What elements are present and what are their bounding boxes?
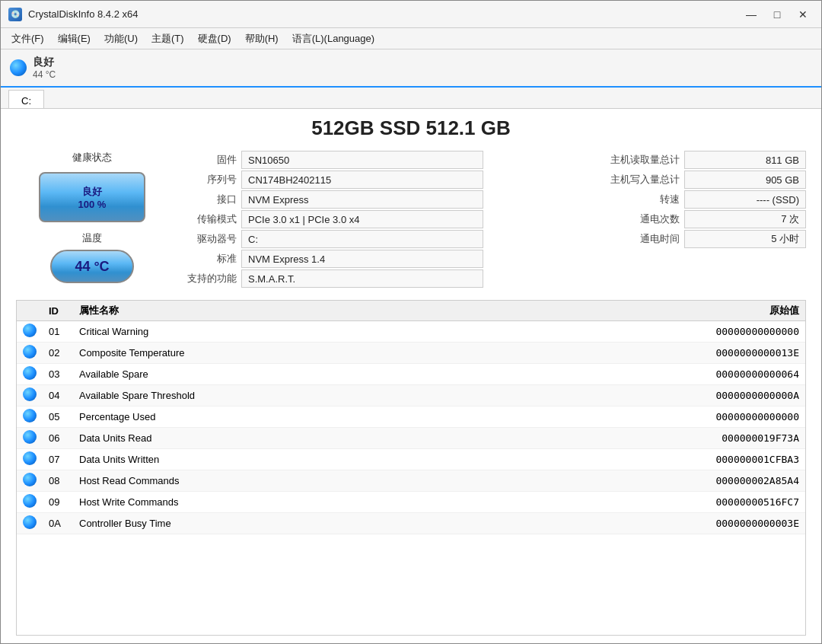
row-id-7: 08 (43, 470, 73, 492)
row-name-3: Available Spare Threshold (73, 385, 668, 406)
row-id-1: 02 (43, 343, 73, 364)
row-id-9: 0A (43, 513, 73, 534)
host-write-value: 905 GB (684, 171, 806, 189)
status-dot-5 (23, 430, 37, 444)
row-name-8: Host Write Commands (73, 492, 668, 513)
smart-table-row: 02 Composite Temperature 0000000000013E (17, 343, 805, 364)
host-read-value: 811 GB (684, 151, 806, 169)
transfer-row: 传输模式 PCIe 3.0 x1 | PCIe 3.0 x4 (168, 210, 483, 228)
row-dot-cell (17, 513, 43, 534)
row-id-8: 09 (43, 492, 73, 513)
status-temp: 44 °C (33, 69, 56, 80)
power-time-key: 通电时间 (604, 232, 680, 246)
smart-table-row: 09 Host Write Commands 00000000516FC7 (17, 492, 805, 513)
transfer-value: PCIe 3.0 x1 | PCIe 3.0 x4 (241, 210, 483, 228)
row-raw-6: 000000001CFBA3 (668, 449, 805, 470)
menu-help[interactable]: 帮助(H) (239, 30, 285, 48)
row-dot-cell (17, 364, 43, 385)
row-raw-0: 00000000000000 (668, 321, 805, 343)
host-read-key: 主机读取量总计 (604, 153, 680, 167)
firmware-value: SN10650 (241, 151, 483, 169)
menu-bar: 文件(F) 编辑(E) 功能(U) 主题(T) 硬盘(D) 帮助(H) 语言(L… (1, 28, 821, 49)
row-raw-5: 000000019F73A (668, 428, 805, 449)
interface-value: NVM Express (241, 190, 483, 209)
power-count-value: 7 次 (684, 210, 806, 228)
status-dot-4 (23, 409, 37, 422)
health-box: 良好 100 % (39, 172, 145, 222)
status-dot-8 (23, 494, 37, 508)
row-id-3: 04 (43, 385, 73, 406)
drive-title: 512GB SSD 512.1 GB (16, 116, 806, 140)
rotation-row: 转速 ---- (SSD) (491, 190, 806, 209)
smart-table-row: 08 Host Read Commands 000000002A85A4 (17, 470, 805, 492)
minimize-button[interactable]: — (741, 7, 762, 22)
main-content: 512GB SSD 512.1 GB 健康状态 良好 100 % 温度 44 °… (1, 109, 821, 643)
window-title: CrystalDiskInfo 8.4.2 x64 (28, 8, 139, 20)
rotation-value: ---- (SSD) (684, 190, 806, 209)
smart-table-header-row: ID 属性名称 原始值 (17, 301, 805, 321)
rotation-key: 转速 (604, 193, 680, 206)
row-raw-8: 00000000516FC7 (668, 492, 805, 513)
temp-label: 温度 (82, 231, 102, 245)
smart-table-row: 04 Available Spare Threshold 00000000000… (17, 385, 805, 406)
window-controls: — □ ✕ (741, 7, 814, 22)
row-name-2: Available Spare (73, 364, 668, 385)
host-write-row: 主机写入量总计 905 GB (491, 171, 806, 189)
col-raw: 原始值 (668, 301, 805, 321)
smart-table-row: 03 Available Spare 00000000000064 (17, 364, 805, 385)
row-raw-3: 0000000000000A (668, 385, 805, 406)
serial-key: 序列号 (168, 173, 237, 187)
status-dot (10, 59, 27, 76)
row-dot-cell (17, 343, 43, 364)
col-name: 属性名称 (73, 301, 668, 321)
row-name-1: Composite Temperature (73, 343, 668, 364)
standard-value: NVM Express 1.4 (241, 250, 483, 268)
col-dot (17, 301, 43, 321)
power-time-row: 通电时间 5 小时 (491, 230, 806, 248)
row-id-5: 06 (43, 428, 73, 449)
status-label: 良好 (33, 56, 56, 69)
status-dot-2 (23, 366, 37, 380)
serial-value: CN174BH2402115 (241, 171, 483, 189)
row-name-6: Data Units Written (73, 449, 668, 470)
menu-language[interactable]: 语言(L)(Language) (286, 30, 381, 48)
details-section: 固件 SN10650 序列号 CN174BH2402115 接口 NVM Exp… (168, 151, 806, 288)
status-dot-3 (23, 387, 37, 401)
smart-table-row: 06 Data Units Read 000000019F73A (17, 428, 805, 449)
menu-theme[interactable]: 主题(T) (145, 30, 190, 48)
features-row: 支持的功能 S.M.A.R.T. (168, 269, 483, 288)
smart-table-row: 0A Controller Busy Time 0000000000003E (17, 513, 805, 534)
features-key: 支持的功能 (168, 272, 237, 285)
power-count-row: 通电次数 7 次 (491, 210, 806, 228)
smart-table-row: 01 Critical Warning 00000000000000 (17, 321, 805, 343)
status-dot-1 (23, 345, 37, 359)
smart-table-row: 07 Data Units Written 000000001CFBA3 (17, 449, 805, 470)
row-raw-9: 0000000000003E (668, 513, 805, 534)
row-dot-cell (17, 470, 43, 492)
title-bar-left: 💿 CrystalDiskInfo 8.4.2 x64 (8, 8, 139, 21)
host-read-row: 主机读取量总计 811 GB (491, 151, 806, 169)
status-dot-7 (23, 473, 37, 486)
interface-row: 接口 NVM Express (168, 190, 483, 209)
row-name-0: Critical Warning (73, 321, 668, 343)
menu-disk[interactable]: 硬盘(D) (192, 30, 237, 48)
maximize-button[interactable]: □ (766, 7, 788, 22)
tab-c[interactable]: C: (8, 90, 44, 108)
menu-edit[interactable]: 编辑(E) (52, 30, 97, 48)
health-percent: 100 % (78, 199, 107, 210)
smart-table-container[interactable]: ID 属性名称 原始值 01 Critical Warning 00000000… (16, 300, 806, 636)
driver-row: 驱动器号 C: (168, 230, 483, 248)
row-name-5: Data Units Read (73, 428, 668, 449)
app-icon: 💿 (8, 8, 22, 21)
firmware-row: 固件 SN10650 (168, 151, 483, 169)
menu-function[interactable]: 功能(U) (98, 30, 144, 48)
power-count-key: 通电次数 (604, 212, 680, 226)
close-button[interactable]: ✕ (792, 7, 814, 22)
menu-file[interactable]: 文件(F) (5, 30, 50, 48)
row-dot-cell (17, 449, 43, 470)
row-dot-cell (17, 428, 43, 449)
serial-row: 序列号 CN174BH2402115 (168, 171, 483, 189)
col-id: ID (43, 301, 73, 321)
smart-table-row: 05 Percentage Used 00000000000000 (17, 406, 805, 428)
status-dot-9 (23, 515, 37, 529)
